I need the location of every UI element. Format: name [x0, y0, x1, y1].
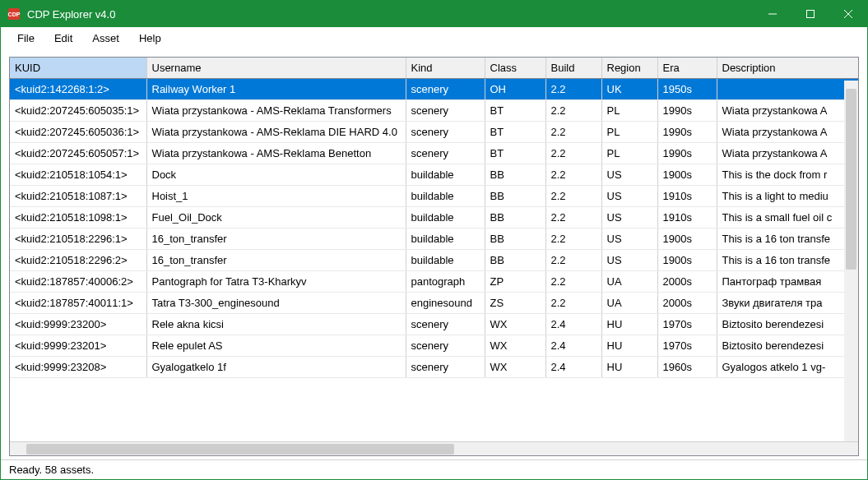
minimize-button[interactable] — [754, 1, 791, 27]
close-button[interactable] — [829, 1, 867, 27]
cell-region: US — [601, 207, 657, 228]
content-area: KUID Username Kind Class Build Region Er… — [1, 48, 867, 459]
cell-region: UA — [601, 293, 657, 314]
cell-era: 1900s — [657, 228, 717, 250]
titlebar[interactable]: CDP CDP Explorer v4.0 — [1, 1, 867, 27]
cell-kuid: <kuid2:187857:40011:1> — [10, 293, 146, 314]
table-row[interactable]: <kuid:9999:23208>Gyalogatkelo 1fsceneryW… — [10, 357, 858, 378]
col-header-kind[interactable]: Kind — [406, 58, 485, 79]
cell-class: BT — [485, 100, 545, 122]
col-header-kuid[interactable]: KUID — [10, 58, 146, 79]
cell-era: 1960s — [657, 357, 717, 378]
menu-help[interactable]: Help — [129, 29, 171, 48]
table-row[interactable]: <kuid:9999:23201>Rele epulet ASsceneryWX… — [10, 335, 858, 357]
cell-description: Biztosito berendezesi — [717, 314, 858, 335]
cell-build: 2.2 — [545, 100, 601, 122]
cell-description: Пантограф трамвая — [717, 271, 858, 293]
cell-kuid: <kuid:9999:23200> — [10, 314, 146, 335]
cell-description: This is a small fuel oil c — [717, 207, 858, 228]
table-row[interactable]: <kuid2:187857:40006:2>Pantograph for Tat… — [10, 271, 858, 293]
cell-class: BB — [485, 186, 545, 207]
table-row[interactable]: <kuid2:187857:40011:1>Tatra T3-300_engin… — [10, 293, 858, 314]
cell-class: BB — [485, 164, 545, 186]
table-row[interactable]: <kuid2:142268:1:2>Railway Worker 1scener… — [10, 79, 858, 100]
cell-kuid: <kuid2:210518:2296:1> — [10, 228, 146, 250]
cell-username: Rele epulet AS — [146, 335, 406, 357]
cell-kind: scenery — [406, 79, 485, 100]
horizontal-scrollbar-thumb[interactable] — [26, 444, 454, 455]
cell-description: This is the dock from r — [717, 164, 858, 186]
cell-kuid: <kuid2:210518:1054:1> — [10, 164, 146, 186]
col-header-class[interactable]: Class — [485, 58, 545, 79]
cell-region: US — [601, 164, 657, 186]
cell-kuid: <kuid2:210518:1087:1> — [10, 186, 146, 207]
menu-asset[interactable]: Asset — [82, 29, 129, 48]
vertical-scrollbar-thumb[interactable] — [846, 89, 856, 270]
table-row[interactable]: <kuid:9999:23200>Rele akna kicsisceneryW… — [10, 314, 858, 335]
maximize-button[interactable] — [791, 1, 829, 27]
cell-era: 1900s — [657, 164, 717, 186]
horizontal-scrollbar[interactable] — [10, 441, 858, 455]
cell-build: 2.2 — [545, 143, 601, 164]
cell-username: Fuel_Oil_Dock — [146, 207, 406, 228]
menu-edit[interactable]: Edit — [44, 29, 82, 48]
col-header-region[interactable]: Region — [601, 58, 657, 79]
cell-era: 2000s — [657, 293, 717, 314]
app-icon: CDP — [7, 7, 21, 21]
table-row[interactable]: <kuid2:210518:1087:1>Hoist_1buildableBB2… — [10, 186, 858, 207]
cell-era: 2000s — [657, 271, 717, 293]
cell-class: WX — [485, 357, 545, 378]
col-header-description[interactable]: Description — [717, 58, 858, 79]
cell-build: 2.2 — [545, 228, 601, 250]
cell-build: 2.4 — [545, 314, 601, 335]
cell-class: BB — [485, 228, 545, 250]
cell-username: Wiata przystankowa - AMS-Reklama DIE HAR… — [146, 122, 406, 143]
cell-username: Tatra T3-300_enginesound — [146, 293, 406, 314]
col-header-build[interactable]: Build — [545, 58, 601, 79]
table-row[interactable]: <kuid2:210518:2296:1>16_ton_transferbuil… — [10, 228, 858, 250]
cell-kuid: <kuid2:187857:40006:2> — [10, 271, 146, 293]
cell-username: Pantograph for Tatra T3-Kharkyv — [146, 271, 406, 293]
cell-era: 1950s — [657, 79, 717, 100]
cell-build: 2.4 — [545, 357, 601, 378]
cell-region: UA — [601, 271, 657, 293]
cell-kind: scenery — [406, 143, 485, 164]
cell-username: Rele akna kicsi — [146, 314, 406, 335]
cell-region: UK — [601, 79, 657, 100]
table-row[interactable]: <kuid2:207245:605036:1>Wiata przystankow… — [10, 122, 858, 143]
col-header-era[interactable]: Era — [657, 58, 717, 79]
cell-era: 1900s — [657, 250, 717, 271]
table-row[interactable]: <kuid2:207245:605057:1>Wiata przystankow… — [10, 143, 858, 164]
menubar: File Edit Asset Help — [1, 27, 867, 48]
table-scroll[interactable]: KUID Username Kind Class Build Region Er… — [10, 58, 858, 441]
cell-era: 1990s — [657, 143, 717, 164]
vertical-scrollbar[interactable] — [844, 81, 858, 441]
cell-kind: buildable — [406, 207, 485, 228]
table-row[interactable]: <kuid2:210518:1098:1>Fuel_Oil_Dockbuilda… — [10, 207, 858, 228]
cell-username: 16_ton_transfer — [146, 228, 406, 250]
cell-username: Railway Worker 1 — [146, 79, 406, 100]
cell-kuid: <kuid2:210518:1098:1> — [10, 207, 146, 228]
cell-class: ZP — [485, 271, 545, 293]
cell-username: Gyalogatkelo 1f — [146, 357, 406, 378]
cell-class: ZS — [485, 293, 545, 314]
menu-file[interactable]: File — [7, 29, 44, 48]
cell-kuid: <kuid2:207245:605057:1> — [10, 143, 146, 164]
table-body: <kuid2:142268:1:2>Railway Worker 1scener… — [10, 79, 858, 378]
table-row[interactable]: <kuid2:207245:605035:1>Wiata przystankow… — [10, 100, 858, 122]
svg-rect-3 — [807, 11, 815, 18]
cell-kuid: <kuid2:210518:2296:2> — [10, 250, 146, 271]
table-row[interactable]: <kuid2:210518:1054:1>DockbuildableBB2.2U… — [10, 164, 858, 186]
cell-region: PL — [601, 143, 657, 164]
cell-kind: enginesound — [406, 293, 485, 314]
table-row[interactable]: <kuid2:210518:2296:2>16_ton_transferbuil… — [10, 250, 858, 271]
cell-description: Gyalogos atkelo 1 vg- — [717, 357, 858, 378]
cell-build: 2.2 — [545, 250, 601, 271]
cell-description: This is a 16 ton transfe — [717, 228, 858, 250]
cell-region: HU — [601, 314, 657, 335]
app-window: CDP CDP Explorer v4.0 File Edit Asset He… — [0, 0, 868, 480]
col-header-username[interactable]: Username — [146, 58, 406, 79]
cell-era: 1970s — [657, 314, 717, 335]
cell-kind: scenery — [406, 122, 485, 143]
cell-era: 1910s — [657, 207, 717, 228]
